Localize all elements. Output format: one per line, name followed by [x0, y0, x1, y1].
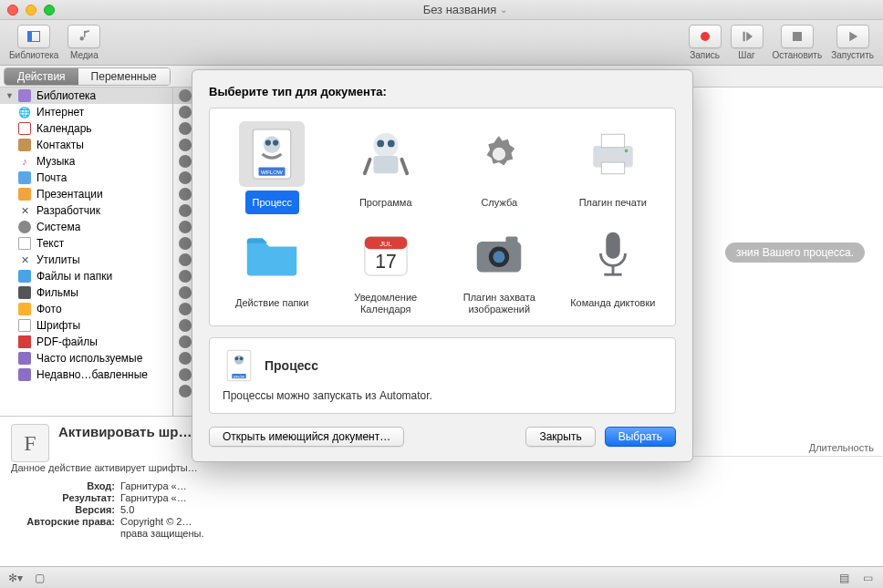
- folder-icon: [239, 222, 305, 287]
- doc-type-capture[interactable]: Плагин захвата изображений: [444, 222, 555, 316]
- svg-point-29: [240, 356, 244, 360]
- dialog-description: WFLOW Процесс Процессы можно запускать и…: [209, 337, 676, 414]
- close-button[interactable]: Закрыть: [525, 427, 595, 447]
- new-document-dialog: Выберите тип для документа: WFLOWПроцесс…: [192, 69, 693, 462]
- document-type-grid: WFLOWПроцессПрограммаСлужбаПлагин печати…: [209, 108, 676, 326]
- service-icon: [466, 121, 532, 187]
- window-title-text: Без названия: [423, 3, 497, 16]
- record-icon: [689, 25, 722, 48]
- doc-type-folder[interactable]: Действие папки: [217, 222, 327, 316]
- toolbar-record[interactable]: Запись: [689, 25, 722, 60]
- svg-point-2: [265, 139, 271, 145]
- stop-icon: [781, 25, 814, 48]
- desc-text: Процессы можно запускать из Automator.: [223, 389, 662, 402]
- svg-text:WFLOW: WFLOW: [261, 169, 283, 175]
- svg-text:17: 17: [375, 251, 397, 272]
- svg-point-22: [493, 251, 505, 263]
- font-icon: F: [11, 424, 49, 462]
- open-existing-button[interactable]: Открыть имеющийся документ…: [209, 427, 404, 447]
- dict-icon: [580, 222, 646, 287]
- library-item[interactable]: Презентации: [0, 186, 172, 202]
- library-smart-item[interactable]: Часто используемые: [0, 350, 172, 366]
- svg-point-10: [493, 148, 505, 160]
- svg-text:WFLOW: WFLOW: [234, 376, 245, 379]
- svg-point-3: [273, 139, 278, 145]
- app-icon: [353, 121, 419, 187]
- library-item[interactable]: Контакты: [0, 137, 172, 153]
- capture-icon: [466, 222, 532, 287]
- view-grid-icon[interactable]: ▭: [859, 572, 876, 584]
- library-item[interactable]: Текст: [0, 235, 172, 252]
- doc-type-app[interactable]: Программа: [331, 121, 442, 214]
- library-item[interactable]: Фильмы: [0, 284, 172, 301]
- toolbar-stop[interactable]: Остановить: [773, 25, 823, 60]
- desc-title: Процесс: [265, 358, 318, 373]
- svg-rect-13: [601, 162, 624, 174]
- library-item[interactable]: Шрифты: [0, 317, 172, 334]
- library-item[interactable]: Календарь: [0, 120, 172, 137]
- duration-column: Длительность: [809, 442, 874, 453]
- media-icon: [68, 25, 100, 48]
- library-item[interactable]: Система: [0, 219, 172, 235]
- library-item[interactable]: ✕Утилиты: [0, 252, 172, 268]
- toolbar-step[interactable]: Шаг: [731, 25, 764, 60]
- library-item[interactable]: Фото: [0, 301, 172, 317]
- svg-rect-12: [601, 134, 624, 148]
- svg-text:JUL: JUL: [379, 240, 392, 248]
- doc-type-wflow[interactable]: WFLOWПроцесс: [217, 121, 327, 214]
- info-description: Данное действие активирует шрифты…: [11, 462, 345, 473]
- gear-icon[interactable]: ✻▾: [7, 572, 24, 584]
- statusbar: ✻▾ ▢ ▤ ▭: [0, 566, 883, 588]
- workflow-icon: WFLOW: [223, 349, 255, 382]
- doc-type-dict[interactable]: Команда диктовки: [558, 222, 669, 316]
- toolbar-run[interactable]: Запустить: [831, 25, 874, 60]
- svg-point-14: [624, 150, 628, 153]
- library-root[interactable]: ▼Библиотека: [0, 88, 172, 104]
- doc-type-print[interactable]: Плагин печати: [558, 121, 669, 214]
- titlebar: Без названия ⌄: [0, 0, 883, 20]
- svg-rect-23: [606, 232, 619, 259]
- library-smart-item[interactable]: Недавно…бавленные: [0, 366, 172, 383]
- dialog-heading: Выберите тип для документа:: [209, 85, 676, 98]
- close-window-button[interactable]: [7, 5, 18, 15]
- step-icon: [731, 25, 764, 48]
- tab-actions[interactable]: Действия: [5, 68, 78, 85]
- zoom-window-button[interactable]: [44, 5, 55, 15]
- toolbar: Библиотека Медиа Запись Шаг Остановить З…: [0, 20, 883, 66]
- doc-type-calalarm[interactable]: JUL17Уведомление Календаря: [331, 222, 442, 316]
- choose-button[interactable]: Выбрать: [605, 427, 676, 447]
- toolbar-media[interactable]: Медиа: [68, 25, 100, 60]
- library-item[interactable]: ♪Музыка: [0, 153, 172, 170]
- svg-point-7: [377, 140, 384, 148]
- minimize-window-button[interactable]: [26, 5, 36, 15]
- library-item[interactable]: Почта: [0, 170, 172, 186]
- window-title: Без названия ⌄: [55, 3, 876, 16]
- library-item[interactable]: ✕Разработчик: [0, 202, 172, 219]
- window-controls: [7, 5, 55, 15]
- library-item[interactable]: 🌐Интернет: [0, 104, 172, 120]
- segmented-actions-variables[interactable]: Действия Переменные: [4, 67, 171, 86]
- doc-type-service[interactable]: Служба: [444, 121, 555, 214]
- svg-point-6: [373, 133, 398, 158]
- play-icon: [836, 25, 869, 48]
- workflow-hint: зния Вашего процесса.: [725, 242, 865, 263]
- toolbar-library[interactable]: Библиотека: [9, 25, 58, 60]
- chevron-down-icon[interactable]: ⌄: [500, 5, 507, 15]
- library-icon: [17, 25, 50, 48]
- svg-point-8: [388, 140, 395, 148]
- calalarm-icon: JUL17: [353, 222, 419, 287]
- svg-point-28: [235, 356, 239, 360]
- library-item[interactable]: PDF-файлы: [0, 334, 172, 350]
- tab-variables[interactable]: Переменные: [78, 68, 170, 85]
- wflow-icon: WFLOW: [239, 121, 305, 187]
- toggle-pane-icon[interactable]: ▢: [31, 572, 47, 584]
- svg-point-1: [264, 136, 281, 153]
- svg-rect-20: [506, 236, 518, 242]
- library-item[interactable]: Файлы и папки: [0, 268, 172, 284]
- svg-rect-9: [373, 156, 398, 173]
- view-list-icon[interactable]: ▤: [836, 572, 852, 584]
- print-icon: [580, 121, 646, 187]
